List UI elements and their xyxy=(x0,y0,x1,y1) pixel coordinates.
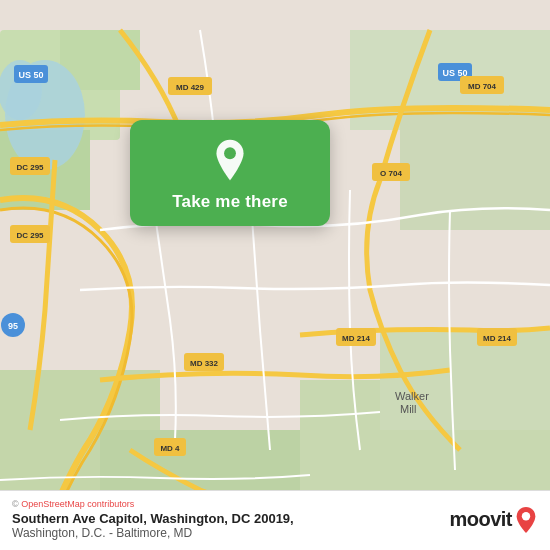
moovit-wordmark: moovit xyxy=(449,508,512,531)
moovit-logo: moovit xyxy=(449,506,538,534)
address-line1: Southern Ave Capitol, Washington, DC 200… xyxy=(12,511,294,526)
svg-text:DC 295: DC 295 xyxy=(16,163,44,172)
svg-point-39 xyxy=(224,147,236,159)
moovit-pin-icon xyxy=(514,506,538,534)
map-pin-icon xyxy=(208,138,252,182)
map-attribution: © OpenStreetMap contributors xyxy=(12,499,294,509)
map-svg: Walker Mill US 50 US 50 MD 704 MD 429 DC… xyxy=(0,0,550,550)
svg-text:US 50: US 50 xyxy=(18,70,43,80)
location-card: Take me there xyxy=(130,120,330,226)
svg-text:MD 332: MD 332 xyxy=(190,359,219,368)
svg-rect-5 xyxy=(400,110,550,230)
svg-text:MD 429: MD 429 xyxy=(176,83,205,92)
address-line2: Washington, D.C. - Baltimore, MD xyxy=(12,526,294,540)
osm-link[interactable]: OpenStreetMap contributors xyxy=(21,499,134,509)
svg-text:MD 214: MD 214 xyxy=(483,334,512,343)
svg-text:O 704: O 704 xyxy=(380,169,402,178)
svg-text:Mill: Mill xyxy=(400,403,417,415)
take-me-there-button[interactable]: Take me there xyxy=(172,192,288,212)
svg-text:MD 4: MD 4 xyxy=(160,444,180,453)
svg-text:MD 214: MD 214 xyxy=(342,334,371,343)
svg-text:Walker: Walker xyxy=(395,390,429,402)
bottom-bar: © OpenStreetMap contributors Southern Av… xyxy=(0,490,550,550)
svg-text:95: 95 xyxy=(8,321,18,331)
svg-text:DC 295: DC 295 xyxy=(16,231,44,240)
svg-text:MD 704: MD 704 xyxy=(468,82,497,91)
map-container: Walker Mill US 50 US 50 MD 704 MD 429 DC… xyxy=(0,0,550,550)
address-info: © OpenStreetMap contributors Southern Av… xyxy=(12,499,294,540)
svg-point-40 xyxy=(522,512,530,520)
